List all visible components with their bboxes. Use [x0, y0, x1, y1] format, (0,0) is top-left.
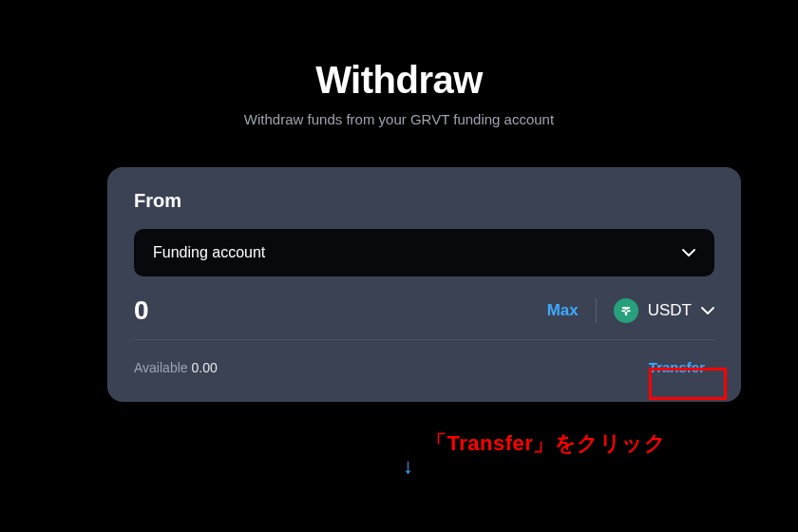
account-selector[interactable]: Funding account [134, 229, 714, 276]
amount-input[interactable] [134, 295, 286, 326]
max-button[interactable]: Max [547, 301, 579, 320]
from-label: From [134, 190, 714, 212]
amount-controls: Max USDT [547, 298, 714, 323]
annotation-text: 「Transfer」をクリック [426, 429, 666, 458]
page-subtitle: Withdraw funds from your GRVT funding ac… [0, 111, 798, 127]
vertical-divider [596, 298, 597, 323]
chevron-down-icon [701, 304, 714, 317]
account-name: Funding account [153, 244, 265, 261]
currency-selector[interactable]: USDT [614, 298, 714, 323]
chevron-down-icon [682, 246, 695, 259]
available-text: Available 0.00 [134, 360, 218, 375]
bottom-row: Available 0.00 Transfer [134, 340, 714, 381]
available-label: Available [134, 360, 188, 375]
available-value: 0.00 [191, 360, 217, 375]
withdraw-from-card: From Funding account Max USDT Available [107, 167, 741, 402]
page-title: Withdraw [0, 59, 798, 102]
currency-name: USDT [648, 301, 692, 320]
usdt-icon [614, 298, 638, 323]
arrow-down-icon: ↓ [403, 454, 413, 479]
amount-row: Max USDT [134, 276, 714, 340]
page-header: Withdraw Withdraw funds from your GRVT f… [0, 0, 798, 127]
transfer-button[interactable]: Transfer [639, 353, 714, 381]
